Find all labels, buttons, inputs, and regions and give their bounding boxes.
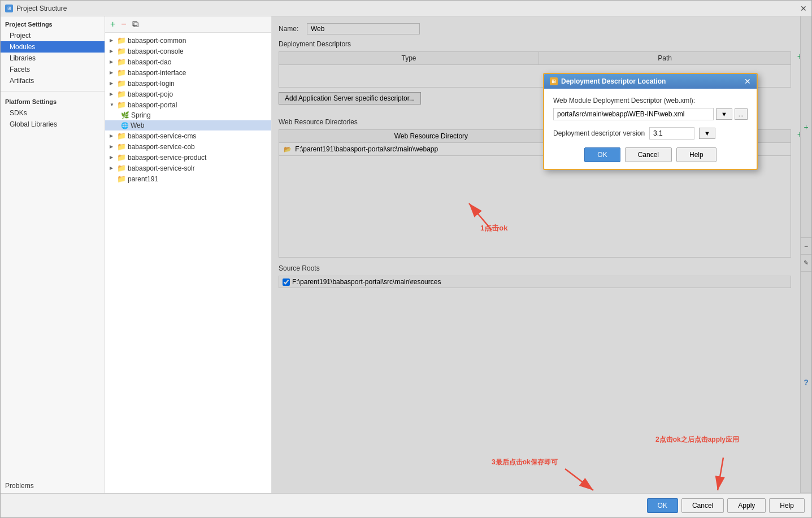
main-content: Project Settings Project Modules Librari… xyxy=(1,16,811,493)
tree-item-label: babasport-service-solr xyxy=(128,164,195,172)
tree-item-babasport-login[interactable]: ▶ 📁 babasport-login xyxy=(105,78,271,89)
sidebar-problems-label: Problems xyxy=(5,482,34,490)
tree-toolbar: + − ⧉ xyxy=(105,16,271,33)
tree-item-label: Spring xyxy=(131,111,151,119)
folder-icon: 📁 xyxy=(117,132,126,140)
tree-item-babasport-service-product[interactable]: ▶ 📁 babasport-service-product xyxy=(105,152,271,163)
expand-arrow-icon: ▶ xyxy=(110,166,115,171)
source-root-path: F:\parent191\babasport-portal\src\main\r… xyxy=(292,278,441,286)
close-window-button[interactable]: ✕ xyxy=(800,4,807,13)
web-icon: 🌐 xyxy=(121,122,129,129)
edit-right-button[interactable]: ✎ xyxy=(801,255,811,272)
deployment-descriptor-dialog: ⊞ Deployment Descriptor Location ✕ Web M… xyxy=(543,73,758,170)
tree-item-parent191[interactable]: ▶ 📁 parent191 xyxy=(105,173,271,184)
folder-icon: 📁 xyxy=(117,164,126,172)
folder-icon: 📁 xyxy=(117,79,126,88)
cancel-button[interactable]: Cancel xyxy=(681,498,724,513)
expand-arrow-icon: ▶ xyxy=(110,59,115,64)
col-type: Type xyxy=(279,52,539,65)
modal-xml-path-input[interactable] xyxy=(553,108,714,120)
folder-icon: 📁 xyxy=(117,36,126,45)
folder-icon: 📁 xyxy=(117,101,126,109)
spring-icon: 🌿 xyxy=(121,111,129,119)
modal-help-button[interactable]: Help xyxy=(676,147,717,162)
window-title: Project Structure xyxy=(16,5,67,12)
expand-arrow-icon: ▶ xyxy=(110,133,115,138)
tree-item-label: babasport-service-cms xyxy=(128,132,196,140)
modal-version-row: Deployment descriptor version ▼ xyxy=(553,127,748,140)
sidebar-item-label-libraries: Libraries xyxy=(10,54,36,62)
modal-titlebar: ⊞ Deployment Descriptor Location ✕ xyxy=(544,74,757,89)
tree-item-babasport-service-cob[interactable]: ▶ 📁 babasport-service-cob xyxy=(105,141,271,152)
source-root-checkbox[interactable] xyxy=(283,278,290,286)
name-label: Name: xyxy=(279,25,307,33)
project-structure-window: ⊞ Project Structure ✕ Project Settings P… xyxy=(0,0,812,518)
folder-icon: 📁 xyxy=(117,153,126,162)
sidebar-item-libraries[interactable]: Libraries xyxy=(1,53,105,64)
remove-right-button[interactable]: − xyxy=(801,238,811,255)
modal-ok-button[interactable]: OK xyxy=(584,147,620,162)
sidebar-item-sdks[interactable]: SDKs xyxy=(1,107,105,119)
source-roots-section: Source Roots F:\parent191\babasport-port… xyxy=(279,264,805,288)
tree-item-babasport-interface[interactable]: ▶ 📁 babasport-interface xyxy=(105,67,271,78)
folder-icon: 📁 xyxy=(117,142,126,151)
apply-button[interactable]: Apply xyxy=(727,498,766,513)
modal-close-button[interactable]: ✕ xyxy=(744,77,751,86)
tree-content: ▶ 📁 babasport-common ▶ 📁 babasport-conso… xyxy=(105,33,271,493)
add-right-button[interactable]: + xyxy=(801,16,811,238)
tree-item-babasport-portal[interactable]: ▼ 📁 babasport-portal xyxy=(105,99,271,110)
sidebar-item-facets[interactable]: Facets xyxy=(1,64,105,75)
bottom-bar: OK Cancel Apply Help xyxy=(1,493,811,517)
sidebar-item-label-global-libraries: Global Libraries xyxy=(10,120,57,128)
tree-item-spring[interactable]: 🌿 Spring xyxy=(105,110,271,120)
tree-item-web[interactable]: 🌐 Web xyxy=(105,120,271,130)
modal-body: Web Module Deployment Descriptor (web.xm… xyxy=(544,89,757,169)
ok-button[interactable]: OK xyxy=(647,498,678,513)
sidebar-item-project[interactable]: Project xyxy=(1,30,105,41)
copy-module-button[interactable]: ⧉ xyxy=(131,19,140,30)
help-button[interactable]: Help xyxy=(769,498,805,513)
tree-item-babasport-service-solr[interactable]: ▶ 📁 babasport-service-solr xyxy=(105,163,271,173)
tree-item-babasport-service-cms[interactable]: ▶ 📁 babasport-service-cms xyxy=(105,130,271,141)
modal-titlebar-left: ⊞ Deployment Descriptor Location xyxy=(550,77,666,85)
deployment-descriptors-title: Deployment Descriptors xyxy=(279,40,805,48)
expand-arrow-icon: ▶ xyxy=(110,49,115,54)
sidebar-item-label-facets: Facets xyxy=(10,66,30,73)
tree-item-babasport-pojo[interactable]: ▶ 📁 babasport-pojo xyxy=(105,89,271,99)
platform-settings-header: Platform Settings xyxy=(1,96,105,107)
name-field-row: Name: xyxy=(279,23,805,34)
folder-icon: 📁 xyxy=(117,68,126,77)
add-app-server-descriptor-button[interactable]: Add Application Server specific descript… xyxy=(279,92,421,105)
sidebar-item-label-sdks: SDKs xyxy=(10,109,27,117)
title-bar-left: ⊞ Project Structure xyxy=(5,5,67,12)
tree-item-babasport-dao[interactable]: ▶ 📁 babasport-dao xyxy=(105,56,271,67)
modal-version-label: Deployment descriptor version xyxy=(553,129,645,137)
help-right-button[interactable]: ? xyxy=(801,272,811,493)
sidebar-item-modules[interactable]: Modules xyxy=(1,41,105,53)
folder-icon: 📁 xyxy=(117,90,126,98)
right-panel: Name: Deployment Descriptors Type Path xyxy=(272,16,811,493)
add-module-button[interactable]: + xyxy=(108,19,117,30)
name-input[interactable] xyxy=(307,23,420,34)
modal-buttons: OK Cancel Help xyxy=(553,147,748,162)
folder-icon: 📁 xyxy=(117,58,126,66)
tree-item-babasport-console[interactable]: ▶ 📁 babasport-console xyxy=(105,46,271,56)
sidebar: Project Settings Project Modules Librari… xyxy=(1,16,105,493)
tree-item-babasport-common[interactable]: ▶ 📁 babasport-common xyxy=(105,35,271,46)
modal-dropdown-button[interactable]: ▼ xyxy=(716,108,732,120)
tree-item-label: babasport-login xyxy=(128,80,175,88)
modal-web-module-label: Web Module Deployment Descriptor (web.xm… xyxy=(553,97,748,105)
tree-item-label: Web xyxy=(131,121,144,129)
modal-version-dropdown-button[interactable]: ▼ xyxy=(699,128,715,139)
remove-module-button[interactable]: − xyxy=(119,19,128,30)
sidebar-item-artifacts[interactable]: Artifacts xyxy=(1,75,105,86)
sidebar-item-global-libraries[interactable]: Global Libraries xyxy=(1,119,105,130)
modal-cancel-button[interactable]: Cancel xyxy=(625,147,672,162)
tree-item-label: babasport-service-cob xyxy=(128,143,195,151)
sidebar-item-problems[interactable]: Problems xyxy=(1,478,105,493)
expand-arrow-icon: ▼ xyxy=(110,102,115,107)
modal-browse-button[interactable]: ... xyxy=(735,108,748,120)
expand-arrow-icon: ▶ xyxy=(110,144,115,149)
right-edge-buttons: + − ✎ ? xyxy=(800,16,811,493)
modal-version-input[interactable] xyxy=(649,127,694,140)
